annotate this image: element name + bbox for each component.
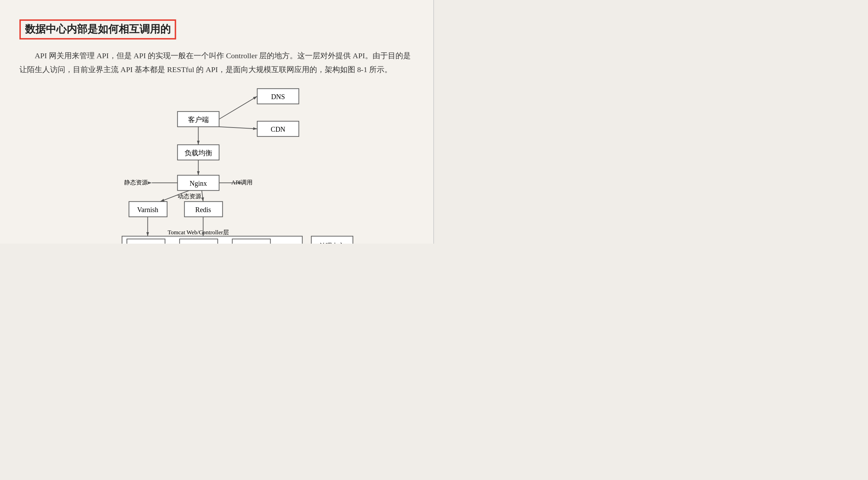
- svg-rect-23: [180, 239, 218, 244]
- svg-line-109: [219, 126, 257, 129]
- svg-text:Tomcat Web/Controller层: Tomcat Web/Controller层: [168, 229, 229, 235]
- right-column: Controller 层中是互联网应用的业务逻辑实现。8.2 节讲 RESTfu…: [434, 0, 434, 244]
- svg-text:Varnish: Varnish: [137, 206, 159, 213]
- svg-text:静态资源: 静态资源: [124, 179, 148, 185]
- intro-paragraph: API 网关用来管理 API，但是 API 的实现一般在一个叫作 Control…: [19, 49, 412, 77]
- svg-rect-25: [232, 239, 271, 244]
- svg-text:Redis: Redis: [195, 206, 211, 213]
- svg-text:治理中心: 治理中心: [320, 242, 345, 244]
- svg-line-115: [202, 190, 203, 201]
- svg-text:Nginx: Nginx: [190, 179, 207, 187]
- svg-text:CDN: CDN: [271, 125, 286, 133]
- svg-text:DNS: DNS: [271, 93, 285, 100]
- svg-line-108: [219, 96, 257, 119]
- left-column: 数据中心内部是如何相互调用的 API 网关用来管理 API，但是 API 的实现…: [0, 0, 434, 244]
- svg-text:负载均衡: 负载均衡: [185, 149, 212, 156]
- svg-text:API调用: API调用: [231, 179, 253, 185]
- architecture-diagram: DNS 客户端 CDN 负载均衡 Nginx 静态资源 动态资源 API调用: [19, 85, 412, 244]
- chapter-title: 数据中心内部是如何相互调用的: [19, 19, 176, 40]
- svg-text:客户端: 客户端: [188, 115, 209, 123]
- svg-rect-21: [127, 239, 165, 244]
- diagram-svg: DNS 客户端 CDN 负载均衡 Nginx 静态资源 动态资源 API调用: [70, 85, 361, 244]
